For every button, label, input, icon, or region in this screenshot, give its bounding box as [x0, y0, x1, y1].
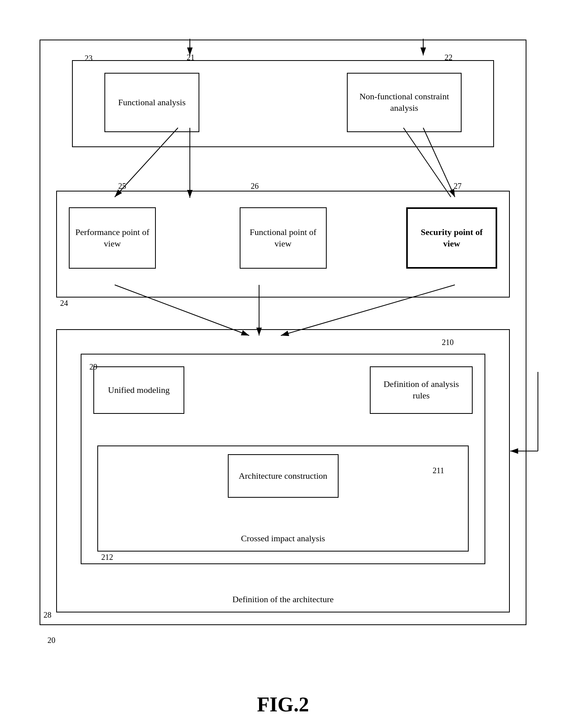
- box-23: 23 Functional analysis Non-functional co…: [72, 60, 494, 147]
- architecture-construction-label: Architecture construction: [239, 470, 327, 482]
- unified-modeling-box: Unified modeling: [93, 366, 184, 414]
- definition-analysis-box: Definition of analysis rules: [370, 366, 473, 414]
- security-pov-label: Security point of view: [412, 227, 492, 249]
- performance-pov-label: Performance point of view: [74, 227, 151, 249]
- functional-analysis-label: Functional analysis: [118, 97, 186, 108]
- definition-architecture-label: Definition of the architecture: [233, 594, 334, 605]
- fig-label: FIG.2: [257, 693, 309, 716]
- unified-modeling-label: Unified modeling: [108, 385, 170, 396]
- definition-analysis-label: Definition of analysis rules: [375, 379, 468, 401]
- ref-21: 21: [187, 53, 195, 62]
- diagram-container: 28 23 Functional analysis Non-functional…: [24, 16, 542, 665]
- architecture-construction-box: Architecture construction: [228, 454, 339, 498]
- non-functional-box: Non-functional constraint analysis: [347, 73, 462, 132]
- ref-24: 24: [60, 299, 68, 308]
- box-212: 212 Architecture construction 211 Crosse…: [97, 446, 469, 552]
- functional-analysis-box: Functional analysis: [104, 73, 199, 132]
- ref-23: 23: [85, 54, 93, 63]
- ref-29: 29: [89, 362, 97, 372]
- functional-pov-box: Functional point of view: [240, 207, 327, 269]
- ref-211: 211: [433, 466, 444, 475]
- performance-pov-box: Performance point of view: [69, 207, 156, 269]
- ref-27: 27: [454, 182, 462, 191]
- box-20: 28 23 Functional analysis Non-functional…: [40, 40, 526, 625]
- security-pov-box: Security point of view: [406, 207, 497, 269]
- ref-25: 25: [118, 182, 126, 191]
- functional-pov-label: Functional point of view: [244, 227, 322, 249]
- ref-22: 22: [445, 53, 452, 62]
- ref-210: 210: [442, 338, 454, 347]
- ref-28: 28: [44, 610, 51, 620]
- crossed-impact-label: Crossed impact analysis: [241, 533, 325, 544]
- ref-20: 20: [47, 636, 55, 645]
- ref-26: 26: [251, 182, 259, 191]
- box-28-content: 210 Unified modeling 29 Definition of an…: [56, 329, 510, 612]
- non-functional-label: Non-functional constraint analysis: [352, 91, 457, 114]
- box-210: Unified modeling 29 Definition of analys…: [81, 354, 485, 564]
- box-24: 24 Performance point of view Functional …: [56, 191, 510, 298]
- ref-212: 212: [101, 553, 113, 562]
